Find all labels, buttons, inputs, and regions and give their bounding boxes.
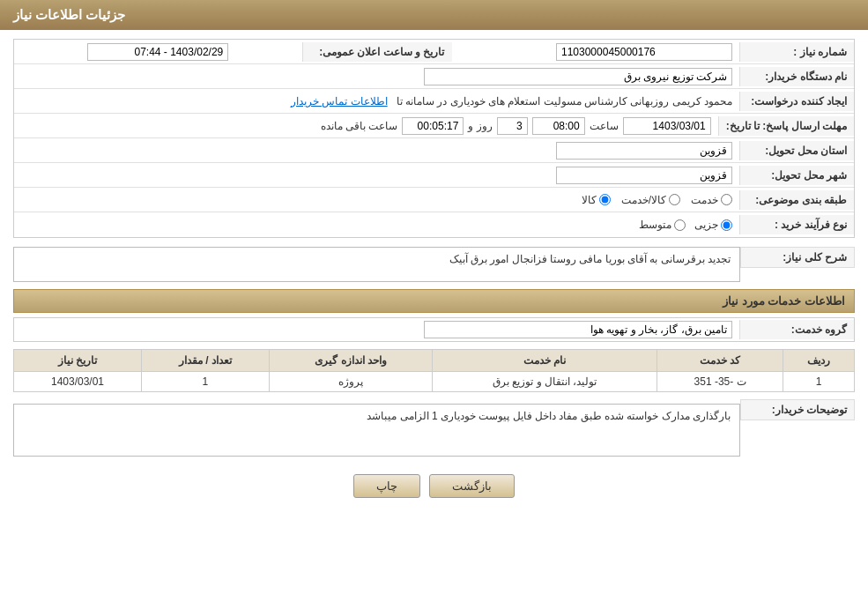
buyer-org-value — [14, 65, 739, 88]
category-value: خدمت کالا/خدمت کالا — [14, 191, 739, 209]
purchase-jozii[interactable]: جزیی — [694, 219, 732, 231]
back-button[interactable]: بازگشت — [429, 474, 515, 498]
table-header-row: ردیف کد خدمت نام خدمت واحد اندازه گیری ت… — [14, 350, 855, 372]
purchase-type-label: نوع فرآیند خرید : — [739, 215, 854, 234]
deadline-time-input[interactable] — [532, 117, 585, 135]
need-number-label: شماره نیاز : — [739, 42, 854, 62]
deadline-value: ساعت روز و ساعت باقی مانده — [14, 115, 718, 137]
category-khadamat-radio[interactable] — [721, 194, 732, 205]
row-deadline: مهلت ارسال پاسخ: تا تاریخ: ساعت روز و سا… — [14, 114, 854, 138]
row-category: طبقه بندی موضوعی: خدمت کالا/خدمت — [14, 188, 854, 212]
province-value — [14, 139, 739, 162]
category-label: طبقه بندی موضوعی: — [739, 190, 854, 210]
notes-box: بارگذاری مدارک خواسته شده طبق مفاد داخل … — [13, 404, 740, 457]
page-title: جزئیات اطلاعات نیاز — [13, 7, 125, 22]
services-section-title: اطلاعات خدمات مورد نیاز — [13, 289, 855, 313]
contact-info-link[interactable]: اطلاعات تماس خریدار — [291, 95, 388, 108]
requester-label: ایجاد کننده درخواست: — [739, 92, 854, 111]
time-label: ساعت — [590, 120, 619, 132]
row-buyer-org: نام دستگاه خریدار: — [14, 64, 854, 89]
print-button[interactable]: چاپ — [353, 474, 420, 498]
city-value — [14, 164, 739, 187]
category-khadamat-label: خدمت — [691, 194, 718, 206]
col-service-code: کد خدمت — [657, 350, 783, 372]
purchase-jozii-radio[interactable] — [721, 219, 732, 231]
province-input[interactable] — [556, 142, 732, 160]
description-box: تجدید برقرسانی به آقای بوریا مافی روستا … — [13, 247, 740, 282]
service-group-value — [14, 318, 739, 341]
city-text — [545, 175, 553, 179]
buyer-org-text — [412, 77, 421, 80]
deadline-days-input[interactable] — [497, 117, 528, 135]
notes-section: توضیحات خریدار: بارگذاری مدارک خواسته شد… — [13, 399, 855, 461]
cell-unit: پروژه — [269, 372, 433, 392]
announcement-datetime — [14, 41, 302, 63]
category-kala-label: کالا — [582, 194, 597, 206]
cell-quantity: 1 — [142, 372, 270, 392]
col-service-name: نام خدمت — [433, 350, 657, 372]
services-table: ردیف کد خدمت نام خدمت واحد اندازه گیری ت… — [13, 349, 855, 392]
main-info-section: شماره نیاز : تاریخ و ساعت اعلان عمومی: ن… — [13, 39, 855, 238]
cell-service-code: ت -35- 351 — [657, 372, 783, 392]
requester-name: محمود کریمی روزبهانی کارشناس مسولیت استع… — [397, 95, 732, 108]
footer-buttons: بازگشت چاپ — [13, 461, 855, 511]
row-need-number: شماره نیاز : تاریخ و ساعت اعلان عمومی: — [14, 40, 854, 64]
service-group-input[interactable] — [424, 321, 732, 338]
province-text — [545, 151, 553, 154]
services-table-section: ردیف کد خدمت نام خدمت واحد اندازه گیری ت… — [13, 349, 855, 392]
buyer-org-label: نام دستگاه خریدار: — [739, 67, 854, 86]
purchase-type-value: جزیی متوسط — [14, 216, 739, 234]
notes-label: توضیحات خریدار: — [740, 399, 855, 420]
row-requester: ایجاد کننده درخواست: محمود کریمی روزبهان… — [14, 89, 854, 114]
need-number-value — [452, 41, 740, 63]
col-row-num: ردیف — [783, 350, 855, 372]
deadline-date-input[interactable] — [623, 117, 711, 135]
cell-service-name: تولید، انتقال و توزیع برق — [433, 372, 657, 392]
cell-row-num: 1 — [783, 372, 855, 392]
buyer-org-input[interactable] — [424, 68, 732, 85]
category-kala-radio[interactable] — [599, 194, 611, 205]
col-quantity: تعداد / مقدار — [142, 350, 270, 372]
city-input[interactable] — [556, 167, 732, 184]
col-date: تاریخ نیاز — [14, 350, 142, 372]
service-group-text — [412, 330, 421, 333]
category-kala[interactable]: کالا — [582, 194, 611, 206]
row-purchase-type: نوع فرآیند خرید : جزیی متوسط — [14, 212, 854, 237]
table-row: 1 ت -35- 351 تولید، انتقال و توزیع برق پ… — [14, 372, 855, 392]
cell-date: 1403/03/01 — [14, 372, 142, 392]
purchase-motvaset[interactable]: متوسط — [639, 219, 686, 231]
remaining-time-input[interactable] — [402, 117, 464, 135]
announcement-datetime-input[interactable] — [87, 43, 228, 61]
row-city: شهر محل تحویل: — [14, 163, 854, 188]
announcement-label: تاریخ و ساعت اعلان عمومی: — [302, 42, 452, 62]
service-group-label: گروه خدمت: — [739, 320, 854, 339]
category-khadamat[interactable]: خدمت — [691, 194, 732, 206]
notes-text: بارگذاری مدارک خواسته شده طبق مفاد داخل … — [367, 410, 731, 422]
province-label: استان محل تحویل: — [739, 141, 854, 160]
service-group-row: گروه خدمت: — [13, 317, 855, 342]
description-section: شرح کلی نیاز: تجدید برقرسانی به آقای بور… — [13, 247, 855, 282]
description-text: تجدید برقرسانی به آقای بوریا مافی روستا … — [449, 253, 731, 265]
category-kala-khadamat-label: کالا/خدمت — [621, 194, 666, 206]
purchase-motvaset-label: متوسط — [639, 219, 671, 231]
description-label: شرح کلی نیاز: — [740, 247, 855, 268]
remaining-label: ساعت باقی مانده — [321, 120, 398, 132]
row-province: استان محل تحویل: — [14, 138, 854, 163]
category-kala-khadamat[interactable]: کالا/خدمت — [621, 194, 680, 206]
city-label: شهر محل تحویل: — [739, 166, 854, 185]
need-number-input[interactable] — [556, 43, 732, 61]
deadline-label: مهلت ارسال پاسخ: تا تاریخ: — [718, 116, 854, 136]
col-unit: واحد اندازه گیری — [269, 350, 433, 372]
purchase-motvaset-radio[interactable] — [674, 219, 686, 231]
category-kala-khadamat-radio[interactable] — [669, 194, 680, 205]
page-header: جزئیات اطلاعات نیاز — [0, 0, 868, 30]
purchase-jozii-label: جزیی — [694, 219, 718, 231]
days-label: روز و — [468, 120, 492, 132]
requester-value: محمود کریمی روزبهانی کارشناس مسولیت استع… — [14, 93, 739, 110]
